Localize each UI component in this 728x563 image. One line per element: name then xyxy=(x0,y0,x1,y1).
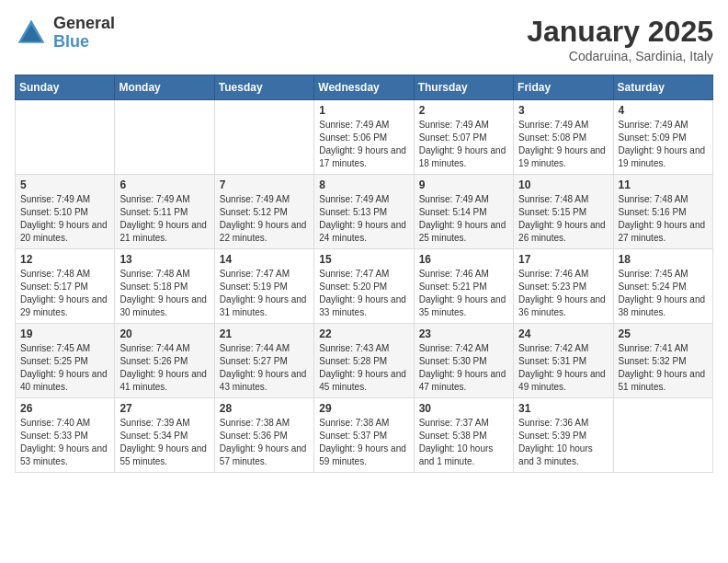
day-number: 8 xyxy=(319,178,408,191)
day-info: Sunrise: 7:38 AM Sunset: 5:36 PM Dayligh… xyxy=(220,417,309,468)
calendar-week-row: 5Sunrise: 7:49 AM Sunset: 5:10 PM Daylig… xyxy=(16,175,713,249)
day-number: 6 xyxy=(119,178,209,191)
calendar-cell: 7Sunrise: 7:49 AM Sunset: 5:12 PM Daylig… xyxy=(214,175,313,249)
calendar-week-row: 26Sunrise: 7:40 AM Sunset: 5:33 PM Dayli… xyxy=(16,398,713,473)
calendar-cell: 5Sunrise: 7:49 AM Sunset: 5:10 PM Daylig… xyxy=(16,175,115,249)
calendar-cell: 18Sunrise: 7:45 AM Sunset: 5:24 PM Dayli… xyxy=(613,249,712,324)
day-number: 18 xyxy=(619,253,708,266)
day-info: Sunrise: 7:49 AM Sunset: 5:08 PM Dayligh… xyxy=(518,119,608,170)
day-number: 11 xyxy=(619,178,708,191)
calendar-cell: 16Sunrise: 7:46 AM Sunset: 5:21 PM Dayli… xyxy=(414,249,513,324)
location: Codaruina, Sardinia, Italy xyxy=(527,49,713,63)
day-info: Sunrise: 7:49 AM Sunset: 5:11 PM Dayligh… xyxy=(119,193,209,245)
calendar-cell: 10Sunrise: 7:48 AM Sunset: 5:15 PM Dayli… xyxy=(514,175,613,249)
month-title: January 2025 xyxy=(527,15,713,49)
day-info: Sunrise: 7:49 AM Sunset: 5:13 PM Dayligh… xyxy=(319,193,408,245)
calendar-header-sunday: Sunday xyxy=(16,75,115,100)
calendar-cell: 22Sunrise: 7:43 AM Sunset: 5:28 PM Dayli… xyxy=(314,324,414,398)
day-info: Sunrise: 7:47 AM Sunset: 5:20 PM Dayligh… xyxy=(319,268,408,319)
calendar-cell: 13Sunrise: 7:48 AM Sunset: 5:18 PM Dayli… xyxy=(115,249,214,324)
day-info: Sunrise: 7:39 AM Sunset: 5:34 PM Dayligh… xyxy=(119,417,209,468)
logo-text: General Blue xyxy=(53,15,115,52)
day-info: Sunrise: 7:45 AM Sunset: 5:24 PM Dayligh… xyxy=(619,268,708,319)
calendar-cell: 25Sunrise: 7:41 AM Sunset: 5:32 PM Dayli… xyxy=(613,324,712,398)
calendar-cell: 28Sunrise: 7:38 AM Sunset: 5:36 PM Dayli… xyxy=(214,398,313,473)
day-number: 2 xyxy=(419,104,508,117)
day-info: Sunrise: 7:46 AM Sunset: 5:21 PM Dayligh… xyxy=(419,268,508,319)
calendar-week-row: 19Sunrise: 7:45 AM Sunset: 5:25 PM Dayli… xyxy=(16,324,713,398)
calendar-cell: 17Sunrise: 7:46 AM Sunset: 5:23 PM Dayli… xyxy=(514,249,613,324)
day-info: Sunrise: 7:40 AM Sunset: 5:33 PM Dayligh… xyxy=(20,417,109,468)
calendar-header-friday: Friday xyxy=(514,75,613,100)
day-number: 19 xyxy=(20,327,109,340)
calendar-header-saturday: Saturday xyxy=(613,75,712,100)
day-number: 5 xyxy=(20,178,109,191)
calendar-cell: 14Sunrise: 7:47 AM Sunset: 5:19 PM Dayli… xyxy=(214,249,313,324)
calendar-header-row: SundayMondayTuesdayWednesdayThursdayFrid… xyxy=(16,75,713,100)
day-number: 31 xyxy=(518,402,608,415)
calendar-cell: 11Sunrise: 7:48 AM Sunset: 5:16 PM Dayli… xyxy=(613,175,712,249)
calendar-header-wednesday: Wednesday xyxy=(314,75,414,100)
calendar-week-row: 12Sunrise: 7:48 AM Sunset: 5:17 PM Dayli… xyxy=(16,249,713,324)
calendar-cell: 24Sunrise: 7:42 AM Sunset: 5:31 PM Dayli… xyxy=(514,324,613,398)
logo-general: General xyxy=(53,15,115,33)
day-info: Sunrise: 7:43 AM Sunset: 5:28 PM Dayligh… xyxy=(319,342,408,394)
day-info: Sunrise: 7:49 AM Sunset: 5:14 PM Dayligh… xyxy=(419,193,508,245)
calendar-cell: 3Sunrise: 7:49 AM Sunset: 5:08 PM Daylig… xyxy=(514,100,613,175)
calendar-cell: 21Sunrise: 7:44 AM Sunset: 5:27 PM Dayli… xyxy=(214,324,313,398)
calendar-cell: 20Sunrise: 7:44 AM Sunset: 5:26 PM Dayli… xyxy=(115,324,214,398)
day-number: 12 xyxy=(20,253,109,266)
day-number: 27 xyxy=(119,402,209,415)
calendar-cell: 31Sunrise: 7:36 AM Sunset: 5:39 PM Dayli… xyxy=(514,398,613,473)
day-info: Sunrise: 7:42 AM Sunset: 5:31 PM Dayligh… xyxy=(518,342,608,394)
day-number: 16 xyxy=(419,253,508,266)
day-number: 3 xyxy=(518,104,608,117)
day-number: 10 xyxy=(518,178,608,191)
page-header: General Blue January 2025 Codaruina, Sar… xyxy=(15,15,713,63)
day-number: 26 xyxy=(20,402,109,415)
day-info: Sunrise: 7:48 AM Sunset: 5:15 PM Dayligh… xyxy=(518,193,608,245)
day-number: 1 xyxy=(319,104,408,117)
day-number: 17 xyxy=(518,253,608,266)
calendar-week-row: 1Sunrise: 7:49 AM Sunset: 5:06 PM Daylig… xyxy=(16,100,713,175)
calendar-header-thursday: Thursday xyxy=(414,75,513,100)
day-info: Sunrise: 7:49 AM Sunset: 5:09 PM Dayligh… xyxy=(619,119,708,170)
day-number: 23 xyxy=(419,327,508,340)
day-info: Sunrise: 7:41 AM Sunset: 5:32 PM Dayligh… xyxy=(619,342,708,394)
day-info: Sunrise: 7:47 AM Sunset: 5:19 PM Dayligh… xyxy=(220,268,309,319)
day-number: 28 xyxy=(220,402,309,415)
day-info: Sunrise: 7:36 AM Sunset: 5:39 PM Dayligh… xyxy=(518,417,608,468)
calendar-cell: 26Sunrise: 7:40 AM Sunset: 5:33 PM Dayli… xyxy=(16,398,115,473)
calendar-cell: 2Sunrise: 7:49 AM Sunset: 5:07 PM Daylig… xyxy=(414,100,513,175)
calendar-cell xyxy=(115,100,214,175)
day-number: 30 xyxy=(419,402,508,415)
calendar-cell xyxy=(16,100,115,175)
logo-blue: Blue xyxy=(53,33,115,52)
calendar-cell: 8Sunrise: 7:49 AM Sunset: 5:13 PM Daylig… xyxy=(314,175,414,249)
calendar-cell: 27Sunrise: 7:39 AM Sunset: 5:34 PM Dayli… xyxy=(115,398,214,473)
calendar-cell: 1Sunrise: 7:49 AM Sunset: 5:06 PM Daylig… xyxy=(314,100,414,175)
calendar-cell: 30Sunrise: 7:37 AM Sunset: 5:38 PM Dayli… xyxy=(414,398,513,473)
day-number: 15 xyxy=(319,253,408,266)
calendar-header-tuesday: Tuesday xyxy=(214,75,313,100)
day-number: 25 xyxy=(619,327,708,340)
day-number: 21 xyxy=(220,327,309,340)
day-number: 24 xyxy=(518,327,608,340)
calendar-cell xyxy=(214,100,313,175)
logo-icon xyxy=(15,17,48,50)
logo: General Blue xyxy=(15,15,115,52)
day-info: Sunrise: 7:49 AM Sunset: 5:06 PM Dayligh… xyxy=(319,119,408,170)
day-info: Sunrise: 7:49 AM Sunset: 5:12 PM Dayligh… xyxy=(220,193,309,245)
day-number: 13 xyxy=(119,253,209,266)
day-number: 7 xyxy=(220,178,309,191)
day-number: 29 xyxy=(319,402,408,415)
calendar-cell xyxy=(613,398,712,473)
day-number: 22 xyxy=(319,327,408,340)
day-info: Sunrise: 7:37 AM Sunset: 5:38 PM Dayligh… xyxy=(419,417,508,468)
calendar-header-monday: Monday xyxy=(115,75,214,100)
calendar-cell: 23Sunrise: 7:42 AM Sunset: 5:30 PM Dayli… xyxy=(414,324,513,398)
calendar-cell: 6Sunrise: 7:49 AM Sunset: 5:11 PM Daylig… xyxy=(115,175,214,249)
day-info: Sunrise: 7:48 AM Sunset: 5:17 PM Dayligh… xyxy=(20,268,109,319)
day-info: Sunrise: 7:45 AM Sunset: 5:25 PM Dayligh… xyxy=(20,342,109,394)
day-info: Sunrise: 7:44 AM Sunset: 5:27 PM Dayligh… xyxy=(220,342,309,394)
